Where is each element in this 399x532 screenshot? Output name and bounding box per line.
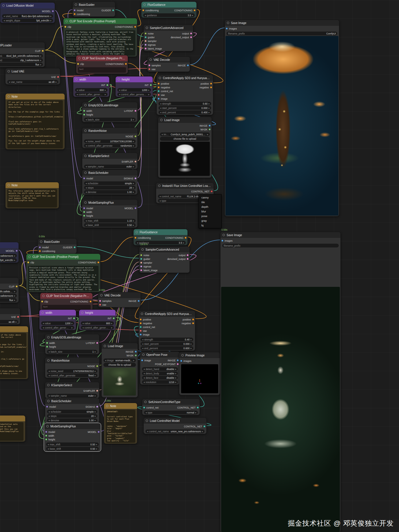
increment-arrow[interactable]: ▶ [94, 370, 96, 372]
widget-noise_seed[interactable]: ◀noise_seed1078547336120386▶ [84, 139, 136, 143]
increment-arrow[interactable]: ▶ [94, 411, 96, 413]
widget-batch_size[interactable]: ◀batch_size1▶ [47, 350, 97, 354]
input-slot-conditioning-dot[interactable] [39, 250, 41, 252]
decrement-arrow[interactable]: ◀ [85, 220, 87, 222]
input-slot-height-dot[interactable] [46, 346, 48, 348]
decrement-arrow[interactable]: ◀ [145, 411, 147, 413]
node-width_2[interactable]: widthINT◀value1200▶◀control_after_genera… [39, 309, 76, 330]
node-random_noise_2[interactable]: RandomNoiseNOISE◀noise_seed1747205935923… [45, 357, 99, 378]
node-header[interactable]: Note [6, 94, 65, 99]
node-flux_guidance_1[interactable]: FluxGuidanceconditioningCONDITIONING◀gui… [141, 1, 197, 18]
widget-max_shift[interactable]: ◀max_shift0.50▶ [46, 442, 99, 446]
node-header[interactable]: Load Image [158, 117, 212, 123]
output-slot-LATENT-dot[interactable] [134, 110, 136, 112]
node-load_diffusion_model_2[interactable]: Load Diffusion ModelMODEL◀unet_nameflux1… [0, 242, 19, 263]
prompt-textarea[interactable]: The reference sampling implementation au… [7, 189, 57, 207]
increment-arrow[interactable]: ▶ [133, 191, 134, 193]
increment-arrow[interactable]: ▶ [14, 259, 15, 261]
output-slot-CONDITIONING-dot[interactable] [125, 63, 127, 65]
node-model_sampling_flux_2[interactable]: ModelSamplingFluxmodelMODELwidthheight◀m… [44, 423, 101, 451]
input-slot-model-dot[interactable] [83, 207, 85, 209]
increment-arrow[interactable]: ▶ [208, 103, 210, 105]
input-slot-vae-dot[interactable] [99, 304, 101, 306]
node-header[interactable]: width [73, 76, 109, 82]
node-height_1[interactable]: heightINT◀value1200▶◀control_after_gener… [115, 76, 153, 97]
input-slot-width-dot[interactable] [83, 211, 85, 213]
input-slot-clip-dot[interactable] [41, 300, 43, 303]
decrement-arrow[interactable]: ◀ [85, 140, 87, 142]
decrement-arrow[interactable]: ◀ [105, 359, 106, 361]
increment-arrow[interactable]: ▶ [175, 381, 176, 383]
increment-arrow[interactable]: ▶ [208, 111, 210, 113]
output-slot-VAE-dot[interactable] [57, 76, 59, 78]
menu-item-gray[interactable]: gray [199, 218, 221, 223]
input-slot-width-dot[interactable] [83, 110, 85, 112]
output-slot-MODEL-dot[interactable] [52, 10, 54, 12]
input-slot-positive-dot[interactable] [158, 83, 160, 85]
widget-filename_prefix[interactable]: filename_prefixComfyUI [227, 32, 337, 35]
collapse-dot[interactable] [84, 172, 87, 174]
input-slot-images-dot[interactable] [226, 28, 228, 30]
increment-arrow[interactable]: ▶ [105, 89, 106, 91]
decrement-arrow[interactable]: ◀ [48, 419, 50, 421]
increment-arrow[interactable]: ▶ [175, 372, 176, 374]
input-slot-vae-dot[interactable] [158, 94, 160, 96]
input-slot-guider-dot[interactable] [140, 258, 142, 260]
output-slot-MASK-dot[interactable] [209, 128, 211, 130]
node-header[interactable]: VAE Decode [98, 292, 141, 298]
decrement-arrow[interactable]: ◀ [160, 103, 161, 105]
menu-item-tile[interactable]: tile [199, 200, 221, 204]
decrement-arrow[interactable]: ◀ [85, 224, 87, 226]
node-sampler_custom_advanced_2[interactable]: 19.67sSamplerCustomAdvancednoiseoutputgu… [139, 246, 190, 273]
increment-arrow[interactable]: ▶ [94, 419, 96, 421]
decrement-arrow[interactable]: ◀ [3, 19, 5, 21]
increment-arrow[interactable]: ▶ [133, 145, 134, 147]
output-slot-denoised_output-dot[interactable] [187, 258, 189, 260]
node-header[interactable]: height [79, 310, 116, 316]
node-header[interactable]: Load VAE [6, 68, 60, 74]
output-slot-denoised_output-dot[interactable] [190, 36, 192, 38]
increment-arrow[interactable]: ▶ [133, 182, 134, 184]
output-slot-positive-dot[interactable] [210, 83, 212, 85]
input-slot-height-dot[interactable] [45, 438, 47, 440]
output-slot-POSE_KEYPOINT-dot[interactable] [177, 363, 179, 365]
input-slot-positive-dot[interactable] [140, 318, 142, 320]
node-header[interactable]: KSamplerSelect [82, 153, 137, 159]
input-slot-clip-dot[interactable] [77, 63, 79, 65]
widget-strength[interactable]: ◀strength0.40▶ [141, 338, 193, 341]
input-slot-height-dot[interactable] [83, 215, 85, 217]
widget-value[interactable]: ◀value1200▶ [117, 88, 151, 92]
decrement-arrow[interactable]: ◀ [48, 443, 49, 445]
decrement-arrow[interactable]: ◀ [43, 327, 44, 329]
output-slot-positive-dot[interactable] [192, 318, 194, 320]
collapse-dot[interactable] [160, 119, 163, 121]
increment-arrow[interactable]: ▶ [14, 295, 15, 297]
increment-arrow[interactable]: ▶ [192, 14, 193, 16]
node-load_vae_1[interactable]: Load VAEVAE◀vae_nameae.sft▶ [5, 68, 60, 85]
decrement-arrow[interactable]: ◀ [48, 415, 50, 417]
input-slot-images-dot[interactable] [180, 360, 182, 362]
node-header[interactable]: Load Diffusion Model [0, 242, 19, 248]
output-slot-IMAGE-dot[interactable] [135, 351, 137, 353]
output-slot-LATENT-dot[interactable] [96, 342, 98, 344]
input-slot-negative-dot[interactable] [140, 322, 142, 324]
decrement-arrow[interactable]: ◀ [161, 133, 163, 135]
input-slot-image-dot[interactable] [158, 98, 160, 100]
increment-arrow[interactable]: ▶ [148, 93, 150, 95]
input-slot-image-dot[interactable] [140, 334, 142, 336]
output-slot-SIGMAS-dot[interactable] [96, 406, 98, 408]
decrement-arrow[interactable]: ◀ [48, 448, 49, 450]
increment-arrow[interactable]: ▶ [40, 55, 41, 57]
input-slot-model-dot[interactable] [39, 246, 41, 248]
widget-batch_size[interactable]: ◀batch_size1▶ [84, 118, 136, 121]
collapse-dot[interactable] [65, 20, 68, 22]
increment-arrow[interactable]: ▶ [111, 327, 112, 329]
output-slot-output-dot[interactable] [190, 32, 192, 34]
node-basic_scheduler_2[interactable]: BasicSchedulermodelSIGMAS◀schedulersimpl… [45, 398, 99, 423]
output-slot-NOISE-dot[interactable] [96, 365, 98, 367]
collapse-dot[interactable] [75, 3, 77, 6]
node-header[interactable]: BasicGuider [38, 239, 76, 245]
node-header[interactable]: EmptySD3LatentImage [45, 334, 99, 340]
node-header[interactable]: CLIP Text Encode (Negative Prompt) [40, 293, 92, 299]
node-header[interactable]: Load ControlNet Model [144, 418, 206, 424]
